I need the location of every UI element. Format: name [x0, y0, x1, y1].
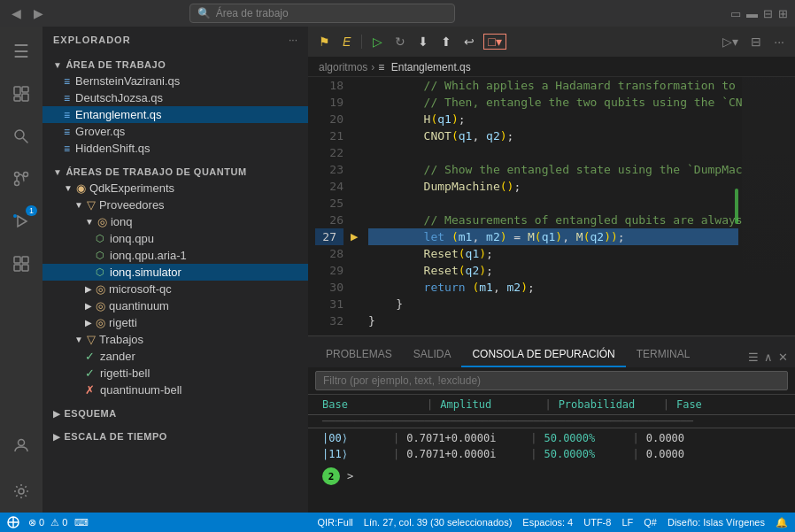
activity-settings[interactable] [0, 470, 42, 513]
code-line-31: } [368, 296, 738, 312]
status-terminal-icon[interactable]: ⌨ [74, 517, 89, 528]
tab-terminal[interactable]: TERMINAL [626, 343, 701, 367]
status-errors[interactable]: ⊗ 0 ⚠ 0 [28, 517, 67, 528]
search-icon: 🔍 [197, 7, 211, 19]
schema-section-header[interactable]: ▶ ESQUEMA [42, 405, 308, 421]
debug-table-header: Base | Amplitud | Probabilidad | Fase [308, 395, 795, 415]
status-bell-icon[interactable]: 🔔 [776, 517, 788, 528]
layout-button-3[interactable]: ⊟ [763, 7, 773, 20]
file-grover[interactable]: ≡ Grover.qs [42, 123, 308, 140]
job-name: quantinuum-bell [100, 383, 182, 397]
layout-button-1[interactable]: ▭ [730, 7, 741, 20]
code-line-29: Reset(q2); [368, 262, 738, 279]
status-encoding[interactable]: UTF-8 [583, 517, 611, 528]
rigetti-folder[interactable]: ▶ ◎ rigetti [42, 314, 308, 331]
activity-bar: ☰ 1 [0, 27, 42, 513]
svg-point-7 [24, 173, 28, 177]
file-deutsch[interactable]: ≡ DeutschJozsa.qs [42, 89, 308, 106]
tab-output[interactable]: SALIDA [403, 343, 462, 367]
status-line-ending[interactable]: LF [621, 517, 633, 528]
activity-accounts[interactable] [0, 424, 42, 466]
activity-menu[interactable]: ☰ [0, 30, 42, 73]
check-icon: ✓ [85, 350, 95, 363]
status-language[interactable]: Q# [644, 517, 657, 528]
quantinuum-folder[interactable]: ▶ ◎ quantinuum [42, 297, 308, 314]
qdk-experiments[interactable]: ▼ ◉ QdkExperiments [42, 180, 308, 197]
toolbar-more-btn[interactable]: ▷▾ [719, 33, 742, 50]
file-icon: ≡ [64, 92, 70, 104]
activity-search[interactable] [0, 115, 42, 158]
toolbar-run-btn[interactable]: ▷ [369, 33, 386, 50]
folder-icon: ▽ [87, 198, 96, 212]
svg-point-8 [15, 181, 19, 186]
code-line-25 [368, 195, 738, 212]
filter-input[interactable] [315, 371, 788, 390]
device-name: ionq.qpu.aria-1 [110, 249, 187, 262]
ionq-qpu[interactable]: ⬡ ionq.qpu [42, 230, 308, 247]
status-design[interactable]: Diseño: Islas Vírgenes [668, 517, 765, 528]
svg-marker-10 [18, 216, 27, 227]
panel-list-btn[interactable]: ☰ [748, 351, 759, 364]
timeline-section-header[interactable]: ▶ ESCALA DE TIEMPO [42, 428, 308, 444]
ionq-qpu-aria[interactable]: ⬡ ionq.qpu.aria-1 [42, 247, 308, 264]
row0-sep2: | [530, 432, 536, 444]
toolbar-refresh-btn[interactable]: ↻ [391, 33, 409, 50]
code-editor[interactable]: // Which applies a Hadamard transformati… [365, 77, 742, 335]
workspace-section: ▼ ÁREA DE TRABAJO ≡ BernsteinVazirani.qs… [42, 53, 308, 160]
tab-debug-console[interactable]: CONSOLA DE DEPURACIÓN [461, 343, 625, 367]
svg-rect-12 [14, 257, 20, 263]
activity-explorer[interactable] [0, 73, 42, 115]
file-hiddenshift[interactable]: ≡ HiddenShift.qs [42, 140, 308, 157]
back-button[interactable]: ◀ [7, 4, 26, 22]
folder-name: rigetti [109, 316, 137, 329]
ionq-folder[interactable]: ▼ ◎ ionq [42, 213, 308, 230]
ionq-simulator[interactable]: ⬡ ionq.simulator [42, 264, 308, 281]
layout-button-2[interactable]: ▬ [746, 7, 758, 20]
svg-point-16 [19, 440, 25, 446]
toolbar-sep-1 [361, 35, 362, 49]
row0-sep1: | [393, 432, 399, 444]
folder-icon: ◎ [96, 299, 105, 312]
toolbar-stop-btn[interactable]: □▾ [483, 34, 506, 50]
quantum-section-header[interactable]: ▼ ÁREAS DE TRABAJO DE QUANTUM [42, 164, 308, 180]
breadcrumb-path[interactable]: algoritmos [319, 61, 367, 73]
workspace-section-header[interactable]: ▼ ÁREA DE TRABAJO [42, 57, 308, 73]
toolbar-e-btn[interactable]: E [339, 33, 354, 50]
toolbar-split-btn[interactable]: ⊟ [747, 33, 765, 50]
panel-up-btn[interactable]: ∧ [764, 351, 773, 364]
file-entanglement[interactable]: ≡ Entanglement.qs [42, 106, 308, 123]
trabajos-folder[interactable]: ▼ ▽ Trabajos [42, 331, 308, 348]
activity-run-debug[interactable]: 1 [0, 200, 42, 243]
code-line-32: } [368, 312, 738, 329]
panel-close-btn[interactable]: ✕ [778, 351, 788, 364]
sidebar-more-icon[interactable]: ··· [289, 34, 297, 46]
microsoft-qc-folder[interactable]: ▶ ◎ microsoft-qc [42, 281, 308, 297]
job-quantinuum-bell[interactable]: ✗ quantinuum-bell [42, 382, 308, 398]
file-bernstein[interactable]: ≡ BernsteinVazirani.qs [42, 73, 308, 89]
status-spaces[interactable]: Espacios: 4 [522, 517, 573, 528]
panel-prompt-area: 2 > [308, 462, 795, 490]
tab-problems[interactable]: PROBLEMAS [315, 343, 403, 367]
folder-icon: ▽ [87, 333, 96, 346]
forward-button[interactable]: ▶ [29, 4, 48, 22]
proveedores-folder[interactable]: ▼ ▽ Proveedores [42, 197, 308, 213]
status-position[interactable]: Lín. 27, col. 39 (30 seleccionados) [364, 517, 513, 528]
job-rigetti-bell[interactable]: ✓ rigetti-bell [42, 365, 308, 382]
prompt-badge: 2 [322, 467, 340, 485]
toolbar-overflow-btn[interactable]: ··· [770, 33, 788, 50]
toolbar-up-btn[interactable]: ⬆ [437, 33, 455, 50]
activity-source-control[interactable] [0, 158, 42, 200]
search-bar[interactable]: 🔍 Área de trabajo [189, 4, 455, 23]
status-qir[interactable]: QIR:Full [317, 517, 352, 528]
toolbar-down-btn[interactable]: ⬇ [414, 33, 432, 50]
error-icon: ✗ [85, 383, 95, 397]
toolbar-undo-btn[interactable]: ↩ [460, 33, 478, 50]
activity-extensions[interactable] [0, 243, 42, 285]
status-remote[interactable] [7, 516, 21, 528]
toolbar-flag-btn[interactable]: ⚑ [315, 33, 334, 50]
prov-chevron: ▼ [74, 200, 83, 210]
toolbar-right: ▷▾ ⊟ ··· [719, 33, 788, 50]
svg-rect-1 [22, 87, 28, 92]
layout-button-4[interactable]: ⊞ [778, 7, 788, 20]
job-zander[interactable]: ✓ zander [42, 348, 308, 365]
